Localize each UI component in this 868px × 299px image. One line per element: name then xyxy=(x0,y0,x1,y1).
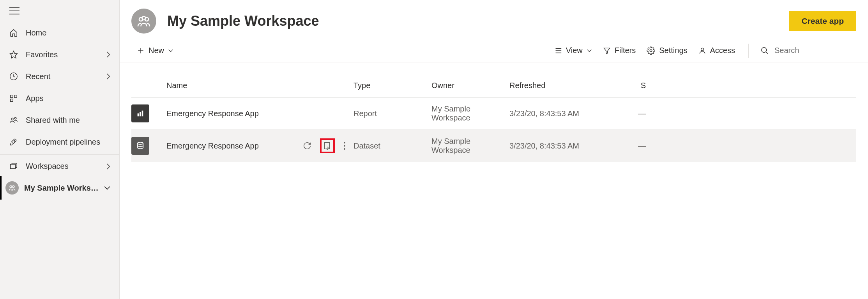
rocket-icon xyxy=(9,138,19,146)
schedule-refresh-button[interactable] xyxy=(320,138,335,153)
more-options-button[interactable] xyxy=(343,142,346,150)
sidebar-current-workspace[interactable]: My Sample Works… xyxy=(0,176,119,200)
person-icon xyxy=(698,47,706,55)
content-table: Name Type Owner Refreshed S Emergency Re… xyxy=(120,74,868,162)
item-owner: My Sample Workspace xyxy=(431,130,509,162)
sidebar-item-workspaces[interactable]: Workspaces xyxy=(0,154,119,176)
shared-icon xyxy=(9,116,19,124)
svg-point-13 xyxy=(12,186,14,188)
item-type: Report xyxy=(354,102,431,125)
svg-rect-5 xyxy=(11,95,13,97)
sidebar-item-pipelines[interactable]: Deployment pipelines xyxy=(0,131,119,153)
create-app-button[interactable]: Create app xyxy=(789,11,856,31)
view-label: View xyxy=(566,46,583,55)
dataset-icon xyxy=(131,137,149,155)
hamburger-icon xyxy=(9,7,19,15)
sidebar-item-label: Home xyxy=(26,28,111,37)
gear-icon xyxy=(647,46,655,55)
svg-rect-7 xyxy=(11,99,13,101)
svg-marker-25 xyxy=(604,48,610,54)
table-row[interactable]: Emergency Response App Report My Sample … xyxy=(131,97,856,130)
svg-rect-31 xyxy=(140,112,141,116)
column-header-refreshed[interactable]: Refreshed xyxy=(509,74,603,97)
svg-point-37 xyxy=(344,148,345,150)
refresh-now-button[interactable] xyxy=(303,142,311,150)
home-icon xyxy=(9,28,19,37)
search-icon xyxy=(760,46,769,55)
workspace-header: My Sample Workspace Create app xyxy=(120,0,868,41)
item-refreshed: 3/23/20, 8:43:53 AM xyxy=(509,134,603,157)
column-header-sensitivity[interactable]: S xyxy=(603,74,646,97)
settings-button[interactable]: Settings xyxy=(641,43,693,58)
current-workspace-label: My Sample Works… xyxy=(24,184,104,193)
filter-icon xyxy=(603,47,611,55)
item-type: Dataset xyxy=(354,134,431,157)
new-button[interactable]: New xyxy=(131,43,179,58)
svg-point-33 xyxy=(138,142,143,145)
chevron-down-icon xyxy=(168,49,173,53)
svg-point-12 xyxy=(10,186,12,188)
toolbar: New View Filters xyxy=(120,41,868,62)
view-button[interactable]: View xyxy=(548,43,598,58)
svg-line-29 xyxy=(766,51,768,54)
item-refreshed: 3/23/20, 8:43:53 AM xyxy=(509,102,603,125)
chevron-right-icon xyxy=(106,73,111,80)
report-icon xyxy=(131,104,149,122)
table-header-row: Name Type Owner Refreshed S xyxy=(131,74,856,97)
chevron-down-icon xyxy=(587,49,592,53)
search-input[interactable] xyxy=(774,46,852,55)
hamburger-menu[interactable] xyxy=(0,0,119,22)
column-header-type[interactable]: Type xyxy=(354,74,431,97)
chevron-right-icon xyxy=(106,163,111,170)
search-box[interactable] xyxy=(757,43,856,58)
sidebar-item-label: Shared with me xyxy=(26,116,111,125)
access-label: Access xyxy=(710,46,735,55)
column-header-owner[interactable]: Owner xyxy=(431,74,509,97)
access-button[interactable]: Access xyxy=(693,43,741,58)
chevron-down-icon xyxy=(104,186,111,190)
sidebar-item-recent[interactable]: Recent xyxy=(0,65,119,87)
sidebar-item-shared[interactable]: Shared with me xyxy=(0,109,119,131)
sidebar: Home Favorites Recent Apps xyxy=(0,0,120,299)
svg-point-27 xyxy=(701,48,704,51)
item-sensitivity: — xyxy=(603,134,646,157)
settings-label: Settings xyxy=(659,46,687,55)
chevron-right-icon xyxy=(106,51,111,58)
workspaces-icon xyxy=(9,162,19,171)
item-sensitivity: — xyxy=(603,102,646,125)
apps-icon xyxy=(9,94,19,103)
svg-rect-30 xyxy=(138,113,139,116)
svg-point-28 xyxy=(762,47,767,52)
sidebar-item-label: Apps xyxy=(26,94,111,103)
view-icon xyxy=(553,47,562,54)
new-label: New xyxy=(148,46,164,55)
svg-point-9 xyxy=(14,117,16,119)
clock-icon xyxy=(9,72,19,81)
workspace-avatar-icon xyxy=(5,181,19,195)
sidebar-item-home[interactable]: Home xyxy=(0,22,119,44)
svg-marker-3 xyxy=(10,51,17,58)
svg-point-36 xyxy=(344,145,345,147)
item-name: Emergency Response App xyxy=(166,102,354,125)
sidebar-item-label: Deployment pipelines xyxy=(26,138,111,147)
main-content: My Sample Workspace Create app New View xyxy=(120,0,868,299)
toolbar-separator xyxy=(748,44,749,58)
svg-point-8 xyxy=(11,118,13,120)
svg-rect-11 xyxy=(11,164,16,168)
svg-rect-6 xyxy=(14,95,17,97)
sidebar-item-label: Recent xyxy=(26,72,106,81)
row-actions xyxy=(303,138,354,153)
filters-button[interactable]: Filters xyxy=(598,43,641,58)
sidebar-item-favorites[interactable]: Favorites xyxy=(0,44,119,65)
star-icon xyxy=(9,50,19,59)
sidebar-item-apps[interactable]: Apps xyxy=(0,87,119,109)
sidebar-item-label: Favorites xyxy=(26,50,106,59)
item-owner: My Sample Workspace xyxy=(431,97,509,129)
table-row[interactable]: Emergency Response App Dataset xyxy=(131,130,856,162)
item-name: Emergency Response App xyxy=(166,142,303,150)
svg-point-10 xyxy=(14,140,15,142)
svg-rect-32 xyxy=(142,111,143,117)
column-header-name[interactable]: Name xyxy=(166,74,354,97)
plus-icon xyxy=(137,47,145,55)
sidebar-item-label: Workspaces xyxy=(26,162,106,171)
